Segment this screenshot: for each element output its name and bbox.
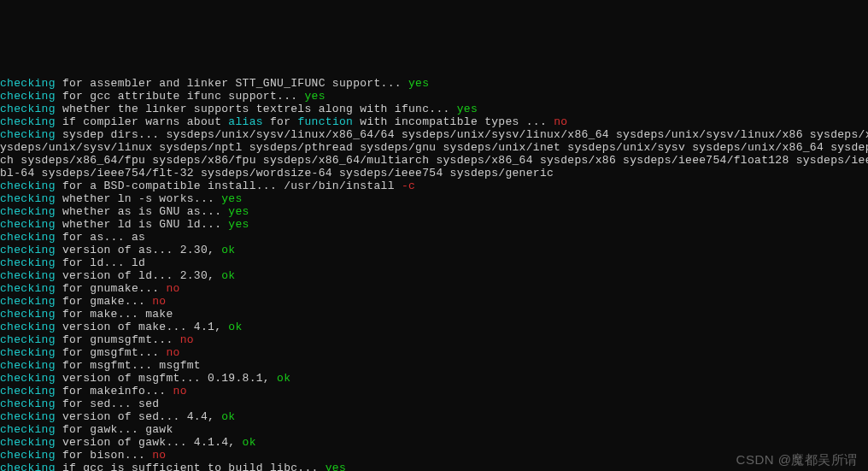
terminal-line: checking for assembler and linker STT_GN… <box>0 77 868 90</box>
terminal-text: for msgfmt... msgfmt <box>56 359 201 372</box>
terminal-text: whether as is GNU as... <box>56 205 229 218</box>
terminal-text: no <box>152 295 166 308</box>
terminal-text: -c <box>402 180 415 192</box>
terminal-line: checking version of sed... 4.4, ok <box>0 410 868 423</box>
terminal-text: for gmake... <box>56 295 152 308</box>
terminal-text: for ld... ld <box>56 256 145 269</box>
watermark: CSDN @魔都吴所谓 <box>736 453 858 466</box>
terminal-text: function <box>297 115 353 128</box>
terminal-text: ok <box>221 269 235 282</box>
terminal-text: bl-64 sysdeps/ieee754/flt-32 sysdeps/wor… <box>0 167 554 180</box>
terminal-text: for gnumake... <box>56 282 167 295</box>
terminal-text: checking <box>0 231 56 244</box>
terminal-text: for gnumsgfmt... <box>56 333 180 346</box>
terminal-text: ok <box>221 410 235 423</box>
terminal-text: no <box>173 385 187 397</box>
terminal-text: ok <box>228 321 242 333</box>
terminal-text: version of ld... 2.30, <box>56 269 221 282</box>
terminal-text: checking <box>0 180 56 192</box>
terminal-line: checking for gcc attribute ifunc support… <box>0 90 868 103</box>
terminal-text: checking <box>0 90 56 103</box>
terminal-text: checking <box>0 192 56 205</box>
terminal-text: yes <box>221 192 242 205</box>
terminal-text: no <box>152 449 166 462</box>
terminal-text: for bison... <box>56 449 152 462</box>
terminal-line: checking for a BSD-compatible install...… <box>0 180 868 192</box>
terminal-text: checking <box>0 449 56 462</box>
terminal-lines: checking for assembler and linker STT_GN… <box>0 77 868 471</box>
terminal-text: ok <box>243 436 256 449</box>
terminal-text: no <box>166 346 179 359</box>
terminal-text: for assembler and linker STT_GNU_IFUNC s… <box>56 77 408 90</box>
terminal-text: alias <box>228 115 263 128</box>
terminal-text: checking <box>0 359 56 372</box>
terminal-text: checking <box>0 410 56 423</box>
terminal-text: version of as... 2.30, <box>56 244 221 256</box>
terminal-text: checking <box>0 436 56 449</box>
terminal-text: checking <box>0 462 56 471</box>
terminal-line: checking for makeinfo... no <box>0 385 868 397</box>
terminal-line: checking if compiler warns about alias f… <box>0 115 868 128</box>
terminal-text: for makeinfo... <box>56 385 173 397</box>
terminal-text: checking <box>0 269 56 282</box>
terminal-text: checking <box>0 372 56 385</box>
terminal-text: no <box>554 115 567 128</box>
terminal-text: sysdep dirs... sysdeps/unix/sysv/linux/x… <box>56 128 868 141</box>
terminal-text: ok <box>221 244 235 256</box>
terminal-text: ysdeps/unix/sysv/linux sysdeps/nptl sysd… <box>0 141 868 154</box>
terminal-text: yes <box>228 218 249 231</box>
terminal-text: whether the linker supports textrels alo… <box>56 103 457 115</box>
terminal-text: yes <box>326 462 346 471</box>
terminal-text: checking <box>0 333 56 346</box>
terminal-text: version of gawk... 4.1.4, <box>56 436 243 449</box>
terminal-text: checking <box>0 256 56 269</box>
terminal-text: for a BSD-compatible install... /usr/bin… <box>56 180 402 192</box>
terminal-text: checking <box>0 282 56 295</box>
terminal-line: checking whether the linker supports tex… <box>0 103 868 115</box>
terminal-text: for make... make <box>56 308 173 321</box>
terminal-text: yes <box>304 90 325 103</box>
terminal-line: checking for msgfmt... msgfmt <box>0 359 868 372</box>
terminal-text: version of make... 4.1, <box>56 321 229 333</box>
terminal-text: checking <box>0 77 56 90</box>
terminal-line: checking whether ld is GNU ld... yes <box>0 218 868 231</box>
terminal-line: checking version of ld... 2.30, ok <box>0 269 868 282</box>
terminal-text: if compiler warns about <box>56 115 229 128</box>
terminal-text: ok <box>277 372 290 385</box>
terminal-text: for gcc attribute ifunc support... <box>56 90 305 103</box>
terminal-text: if gcc is sufficient to build libc... <box>56 462 326 471</box>
terminal-text: yes <box>457 103 478 115</box>
terminal-text: yes <box>408 77 429 90</box>
terminal-text: no <box>180 333 194 346</box>
terminal-line: checking sysdep dirs... sysdeps/unix/sys… <box>0 128 868 141</box>
terminal-text: checking <box>0 423 56 436</box>
terminal-text: checking <box>0 321 56 333</box>
terminal-line: checking version of make... 4.1, ok <box>0 321 868 333</box>
terminal-text: checking <box>0 205 56 218</box>
terminal-line: bl-64 sysdeps/ieee754/flt-32 sysdeps/wor… <box>0 167 868 180</box>
terminal-text: version of sed... 4.4, <box>56 410 221 423</box>
terminal-text: no <box>166 282 179 295</box>
terminal-text: whether ld is GNU ld... <box>56 218 229 231</box>
terminal-text: checking <box>0 103 56 115</box>
terminal-text: for as... as <box>56 231 145 244</box>
terminal-line: checking whether ln -s works... yes <box>0 192 868 205</box>
terminal-line: checking for gnumake... no <box>0 282 868 295</box>
terminal-text: checking <box>0 397 56 410</box>
terminal-text: checking <box>0 115 56 128</box>
terminal-line: checking for make... make <box>0 308 868 321</box>
terminal-text: checking <box>0 218 56 231</box>
terminal-line: checking for as... as <box>0 231 868 244</box>
terminal-text: checking <box>0 295 56 308</box>
terminal-line: checking version of msgfmt... 0.19.8.1, … <box>0 372 868 385</box>
terminal-text: version of msgfmt... 0.19.8.1, <box>56 372 277 385</box>
terminal-text: with incompatible types ... <box>353 115 554 128</box>
terminal-text: checking <box>0 128 56 141</box>
terminal-text: yes <box>228 205 249 218</box>
terminal-output: checking for assembler and linker STT_GN… <box>0 51 868 471</box>
terminal-text: checking <box>0 244 56 256</box>
terminal-text: whether ln -s works... <box>56 192 221 205</box>
terminal-text: for <box>263 115 298 128</box>
terminal-line: checking for sed... sed <box>0 397 868 410</box>
terminal-line: checking version of gawk... 4.1.4, ok <box>0 436 868 449</box>
